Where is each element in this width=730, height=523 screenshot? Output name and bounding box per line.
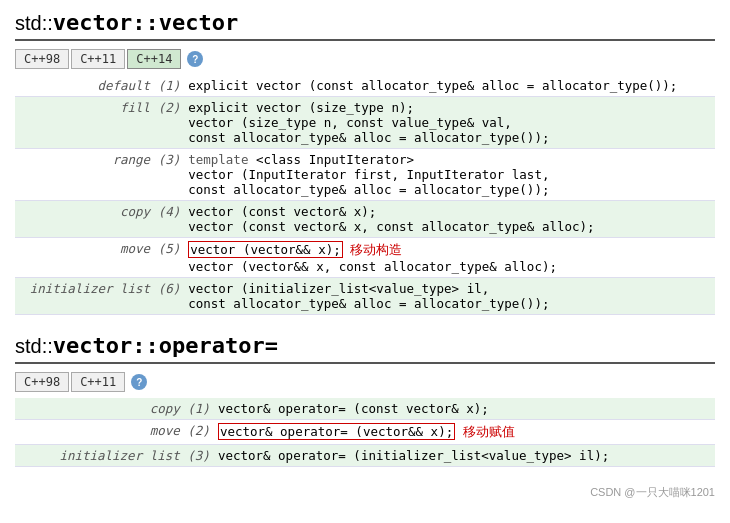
row-label: copy (1) <box>15 398 214 420</box>
row-code: vector (const vector& x);vector (const v… <box>184 201 715 238</box>
row-code: vector (vector&& x); 移动构造vector (vector&… <box>184 238 715 278</box>
info-icon[interactable]: ? <box>131 374 147 390</box>
row-label: copy (4) <box>15 201 184 238</box>
row-code: vector& operator= (const vector& x); <box>214 398 715 420</box>
row-label: move (2) <box>15 420 214 445</box>
constructor-table-vector-operator: copy (1)vector& operator= (const vector&… <box>15 398 715 467</box>
tab-c98[interactable]: C++98 <box>15 372 69 392</box>
row-label: move (5) <box>15 238 184 278</box>
footer-text: CSDN @一只大喵咪1201 <box>15 485 715 500</box>
row-code: vector& operator= (vector&& x); 移动赋值 <box>214 420 715 445</box>
section-title-vector-constructor: std::vector::vector <box>15 10 715 41</box>
row-label: range (3) <box>15 149 184 201</box>
table-row: range (3)template <class InputIterator> … <box>15 149 715 201</box>
row-label: default (1) <box>15 75 184 97</box>
info-icon[interactable]: ? <box>187 51 203 67</box>
annotation-text: 移动构造 <box>350 242 402 257</box>
table-row: copy (1)vector& operator= (const vector&… <box>15 398 715 420</box>
row-code: vector& operator= (initializer_list<valu… <box>214 445 715 467</box>
row-code: explicit vector (const allocator_type& a… <box>184 75 715 97</box>
tabs-vector-operator: C++98C++11? <box>15 372 715 392</box>
table-row: initializer list (3)vector& operator= (i… <box>15 445 715 467</box>
table-row: move (5)vector (vector&& x); 移动构造vector … <box>15 238 715 278</box>
row-label: initializer list (6) <box>15 278 184 315</box>
highlight-box: vector (vector&& x); <box>188 241 343 258</box>
table-row: initializer list (6)vector (initializer_… <box>15 278 715 315</box>
table-row: fill (2)explicit vector (size_type n); v… <box>15 97 715 149</box>
annotation-text: 移动赋值 <box>463 424 515 439</box>
row-label: initializer list (3) <box>15 445 214 467</box>
row-code: vector (initializer_list<value_type> il,… <box>184 278 715 315</box>
table-row: default (1)explicit vector (const alloca… <box>15 75 715 97</box>
row-code: template <class InputIterator> vector (I… <box>184 149 715 201</box>
tab-c11[interactable]: C++11 <box>71 372 125 392</box>
row-code: explicit vector (size_type n); vector (s… <box>184 97 715 149</box>
tab-c98[interactable]: C++98 <box>15 49 69 69</box>
tab-c14[interactable]: C++14 <box>127 49 181 69</box>
constructor-table-vector-constructor: default (1)explicit vector (const alloca… <box>15 75 715 315</box>
row-label: fill (2) <box>15 97 184 149</box>
tabs-vector-constructor: C++98C++11C++14? <box>15 49 715 69</box>
highlight-box: vector& operator= (vector&& x); <box>218 423 455 440</box>
section-title-vector-operator: std::vector::operator= <box>15 333 715 364</box>
tab-c11[interactable]: C++11 <box>71 49 125 69</box>
table-row: move (2)vector& operator= (vector&& x); … <box>15 420 715 445</box>
table-row: copy (4)vector (const vector& x);vector … <box>15 201 715 238</box>
